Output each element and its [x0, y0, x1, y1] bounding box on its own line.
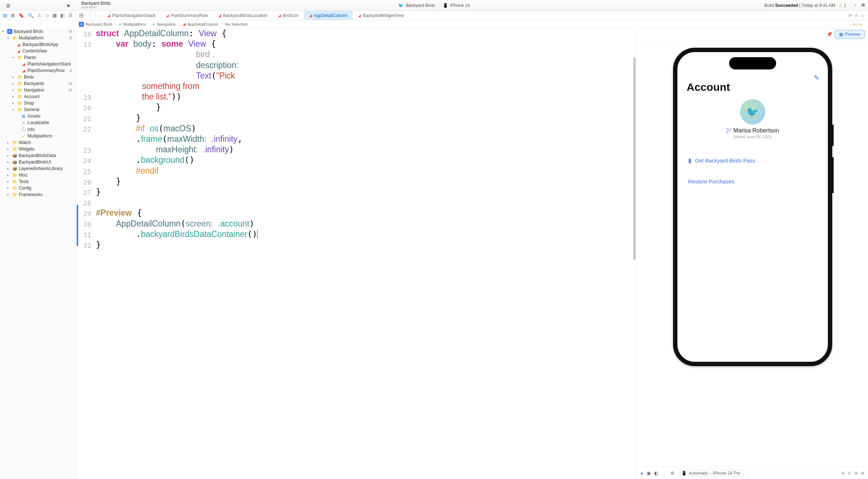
- inspector-toggle-icon[interactable]: ▣: [861, 2, 865, 8]
- folder-icon: 📁: [12, 192, 17, 197]
- restore-purchases[interactable]: Restore Purchases: [687, 178, 818, 185]
- back-icon[interactable]: 〈: [86, 12, 92, 19]
- warning-icon[interactable]: ⚠: [839, 3, 843, 8]
- tab-bird-icon[interactable]: ◢BirdIcon: [273, 11, 304, 20]
- forward-icon[interactable]: 〉: [94, 12, 99, 19]
- jump-bar[interactable]: B Backyard Birds〉 ▸ Multiplatform〉 ▸ Nav…: [76, 20, 868, 28]
- navigator-toolbar: ▤ ⊠ 🔖 🔍 ⚠ ◇ ▦ ◧ ☰ ⊞ 〈 〉 ◢PlantsNavigatio…: [0, 11, 868, 20]
- search-icon[interactable]: 🔍: [28, 13, 34, 18]
- code-editor[interactable]: 10131920212223242526272829303132 struct …: [76, 28, 637, 479]
- code-content[interactable]: struct AppDetailColumn: View { var body:…: [96, 28, 637, 250]
- nav-info[interactable]: ⓘInfo: [0, 126, 76, 133]
- nav-config[interactable]: ▸📁Config: [0, 185, 76, 191]
- project-navigator-icon[interactable]: ▤: [3, 13, 7, 18]
- nav-assets[interactable]: ▦Assets: [0, 113, 76, 119]
- zoom-out-icon[interactable]: ⊖: [841, 471, 845, 476]
- plus-icon[interactable]: ＋: [853, 2, 858, 8]
- nav-layered[interactable]: ▸📦LayeredArtworkLibrary: [0, 165, 76, 172]
- nav-general[interactable]: ▾📁General: [0, 106, 76, 113]
- scheme-crumb[interactable]: Backyard Birds: [406, 3, 435, 8]
- folder-icon: 📁: [17, 107, 22, 112]
- nav-widgets[interactable]: ▸📁Widgets: [0, 146, 76, 152]
- edit-icon[interactable]: ✎: [814, 74, 819, 82]
- nav-tests[interactable]: ▸📁Tests: [0, 178, 76, 185]
- zoom-fit-icon[interactable]: ⊙: [848, 471, 851, 476]
- tab-app-detail[interactable]: ◢AppDetailColumn: [304, 11, 353, 20]
- tab-plants-nav[interactable]: ◢PlantsNavigationStack: [102, 11, 161, 20]
- folder-icon: 📁: [12, 147, 17, 152]
- pass-row[interactable]: ▮ Get Backyard Birds Pass: [687, 153, 818, 168]
- crumb[interactable]: Multiplatform: [123, 22, 146, 26]
- breakpoints-icon[interactable]: ◧: [60, 13, 65, 18]
- nav-bbui[interactable]: ▸📦BackyardBirdsUI: [0, 159, 76, 165]
- folder-icon: 📁: [17, 88, 22, 93]
- nav-account[interactable]: ▸📁Account: [0, 93, 76, 100]
- nav-birds[interactable]: ▸📁Birds: [0, 74, 76, 80]
- device-selector[interactable]: 📱 Automatic – iPhone 14 Pro ⌄: [678, 470, 748, 477]
- nav-navigation[interactable]: ▸📁NavigationM: [0, 87, 76, 93]
- device-settings-icon[interactable]: ⚙: [671, 471, 675, 476]
- crumb[interactable]: Navigation: [157, 22, 176, 26]
- scrollbar[interactable]: [633, 57, 636, 260]
- nav-backyards[interactable]: ▸📁BackyardsM: [0, 80, 76, 87]
- nav-misc[interactable]: ▸📁Misc: [0, 172, 76, 178]
- folder-icon: 📁: [12, 36, 17, 41]
- zoom-in-icon[interactable]: ⊕: [861, 471, 864, 476]
- nav-multi2[interactable]: ✓Multiplatform: [0, 133, 76, 139]
- square-x-icon[interactable]: ⊠: [11, 13, 15, 18]
- pin-icon[interactable]: 📌: [826, 31, 832, 37]
- nav-plants-nav[interactable]: ◢PlantsNavigationStack: [0, 61, 76, 67]
- crumb[interactable]: Backyard Birds: [86, 22, 112, 26]
- app-icon: B: [7, 29, 12, 34]
- swift-icon: ◢: [16, 49, 21, 54]
- account-title: Account: [687, 81, 818, 93]
- swift-icon: ◢: [166, 13, 169, 17]
- nav-root[interactable]: ▾B Backyard BirdsM: [0, 28, 76, 35]
- refresh-icon[interactable]: ⟳: [848, 13, 852, 18]
- nav-localizable[interactable]: ≡Localizable: [0, 119, 76, 126]
- tab-location[interactable]: ◢BackyardBirdsLocation: [213, 11, 273, 20]
- sidebar-toggle-icon[interactable]: ▥: [3, 3, 13, 8]
- scheme-selector[interactable]: Backyard Birds wnix-demo: [81, 1, 111, 9]
- folder-icon: 📁: [17, 55, 22, 60]
- nav-multiplatform[interactable]: ▾📁 MultiplatformM: [0, 35, 76, 41]
- preview-button[interactable]: ▦ Preview: [835, 30, 864, 38]
- swift-icon: ◢: [218, 13, 221, 17]
- nav-content[interactable]: ◢ContentView: [0, 48, 76, 54]
- crumb[interactable]: AppDetailColumn: [187, 22, 218, 26]
- project-navigator[interactable]: ▾B Backyard BirdsM ▾📁 MultiplatformM ◢Ba…: [0, 28, 76, 479]
- crumb[interactable]: No Selection: [225, 22, 248, 26]
- bookmark-icon[interactable]: 🔖: [18, 13, 24, 18]
- assets-icon: ▦: [21, 114, 26, 119]
- nav-bbdata[interactable]: ▸📦BackyardBirdsData: [0, 152, 76, 159]
- related-items-icon[interactable]: ⊞: [79, 12, 84, 19]
- nav-shop[interactable]: ▸📁Shop: [0, 100, 76, 106]
- nav-app[interactable]: ◢BackyardBirdsApp: [0, 41, 76, 48]
- nav-frameworks[interactable]: ▸📁Frameworks: [0, 191, 76, 198]
- folder-icon: 📁: [17, 94, 22, 99]
- warning-indicator[interactable]: ◂ ⚠ ▸: [853, 22, 865, 26]
- issues-icon[interactable]: ⚠: [37, 13, 42, 18]
- live-icon[interactable]: ●: [641, 471, 643, 476]
- phone-icon: 📱: [681, 471, 687, 476]
- folder-icon: ▸: [153, 22, 155, 26]
- swift-icon: ◢: [107, 13, 110, 17]
- preview-canvas: 📌 ▦ Preview ✎ Account: [637, 28, 868, 479]
- editor-options-icon[interactable]: ▭: [860, 13, 864, 18]
- nav-plants[interactable]: ▾📁Plants: [0, 54, 76, 61]
- zoom-actual-icon[interactable]: ⊚: [854, 471, 858, 476]
- nav-watch[interactable]: ▸📁Watch: [0, 139, 76, 146]
- tab-widget-view[interactable]: ◢BackyardWidgetView: [353, 11, 409, 20]
- run-button[interactable]: ▶: [67, 3, 71, 8]
- folder-icon: 📁: [12, 173, 17, 178]
- reports-icon[interactable]: ☰: [68, 13, 73, 18]
- debug-icon[interactable]: ▦: [52, 13, 57, 18]
- selectable-icon[interactable]: ▣: [647, 471, 651, 476]
- folder-icon: 📁: [17, 101, 22, 106]
- tab-plant-summary[interactable]: ◢PlantSummaryRow: [161, 11, 213, 20]
- device-crumb[interactable]: iPhone 14: [450, 3, 470, 8]
- tests-icon[interactable]: ◇: [45, 13, 49, 18]
- nav-plant-sum[interactable]: ◢PlantSummaryRowA: [0, 67, 76, 74]
- adjust-icon[interactable]: ≡: [855, 13, 858, 18]
- variants-icon[interactable]: ◧: [654, 471, 658, 476]
